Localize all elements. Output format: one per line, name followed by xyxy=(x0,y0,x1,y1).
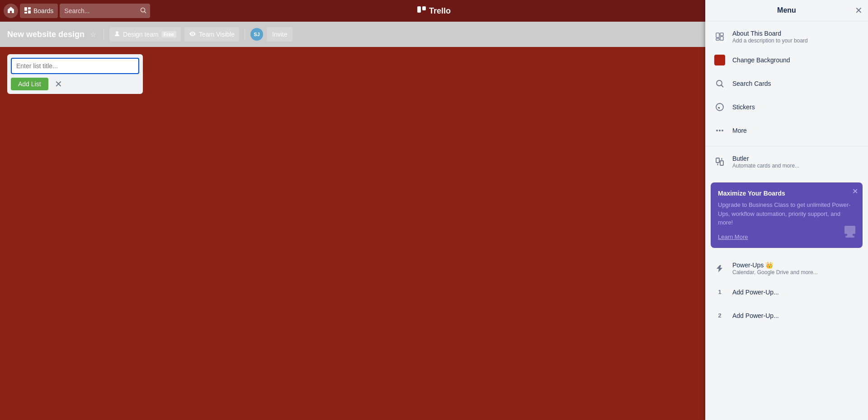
butler-label: Butler xyxy=(732,155,799,162)
svg-point-17 xyxy=(719,130,721,131)
search-cards-item[interactable]: Search Cards xyxy=(705,72,868,95)
list-actions: Add List ✕ xyxy=(11,78,139,90)
stickers-text: Stickers xyxy=(732,103,755,111)
about-board-label: About This Board xyxy=(732,30,808,37)
promo-learn-more-link[interactable]: Learn More xyxy=(718,233,748,240)
stickers-icon xyxy=(712,100,727,114)
about-board-text: About This Board Add a description to yo… xyxy=(732,30,808,44)
power-ups-item[interactable]: Power-Ups 👑 Calendar, Google Drive and m… xyxy=(705,257,868,280)
butler-item[interactable]: Butler Automate cards and more... xyxy=(705,150,868,173)
design-team-button[interactable]: Design team Free xyxy=(109,27,181,42)
menu-items-section: About This Board Add a description to yo… xyxy=(705,21,868,146)
promo-trophy-icon xyxy=(843,225,857,243)
invite-button[interactable]: Invite xyxy=(267,27,292,42)
design-team-label: Design team xyxy=(123,31,159,38)
svg-point-16 xyxy=(716,130,718,131)
promo-close-button[interactable]: ✕ xyxy=(852,187,858,196)
menu-close-button[interactable]: ✕ xyxy=(855,5,863,16)
visibility-icon xyxy=(189,30,196,39)
svg-point-18 xyxy=(722,130,723,131)
svg-rect-19 xyxy=(716,158,719,163)
change-background-text: Change Background xyxy=(732,56,790,64)
add-power-up-1-number: 1 xyxy=(712,285,727,299)
svg-point-13 xyxy=(717,80,722,86)
svg-rect-25 xyxy=(845,236,854,238)
search-input[interactable] xyxy=(60,4,150,18)
butler-text: Butler Automate cards and more... xyxy=(732,155,799,169)
power-ups-sub: Calendar, Google Drive and more... xyxy=(732,269,818,275)
butler-icon xyxy=(712,154,727,169)
power-ups-icon xyxy=(712,261,727,276)
about-board-icon xyxy=(712,29,727,44)
svg-rect-1 xyxy=(28,7,31,9)
svg-rect-9 xyxy=(716,33,719,37)
search-wrapper xyxy=(60,4,150,18)
add-power-up-1-label: Add Power-Up... xyxy=(732,289,779,296)
boards-button[interactable]: Boards xyxy=(20,4,58,18)
add-list-container: Add List ✕ xyxy=(7,54,143,94)
trello-logo: Trello xyxy=(417,6,451,16)
boards-label: Boards xyxy=(33,7,53,14)
more-icon xyxy=(712,123,727,138)
change-background-item[interactable]: Change Background xyxy=(705,48,868,72)
board-title[interactable]: New website design xyxy=(7,30,85,39)
svg-rect-0 xyxy=(24,7,27,11)
svg-rect-2 xyxy=(28,10,31,14)
promo-title: Maximize Your Boards xyxy=(718,190,855,197)
list-title-input[interactable] xyxy=(11,58,139,74)
topnav-left: Boards xyxy=(4,4,150,18)
menu-header: Menu ✕ xyxy=(705,0,868,21)
search-cards-label: Search Cards xyxy=(732,80,771,87)
star-icon: ☆ xyxy=(90,31,96,38)
change-background-label: Change Background xyxy=(732,56,790,64)
about-board-item[interactable]: About This Board Add a description to yo… xyxy=(705,25,868,48)
crown-icon: 👑 xyxy=(765,261,773,269)
visibility-label: Team Visible xyxy=(199,31,235,38)
svg-rect-3 xyxy=(24,12,27,14)
add-power-up-2-label: Add Power-Up... xyxy=(732,312,779,319)
promo-card: ✕ Maximize Your Boards Upgrade to Busine… xyxy=(711,182,863,248)
svg-rect-6 xyxy=(417,6,421,13)
svg-rect-23 xyxy=(844,226,855,234)
more-text: More xyxy=(732,127,747,134)
butler-sub: Automate cards and more... xyxy=(732,163,799,169)
header-divider-2 xyxy=(245,29,245,40)
cancel-list-button[interactable]: ✕ xyxy=(52,79,65,89)
add-list-button[interactable]: Add List xyxy=(11,78,48,90)
svg-point-8 xyxy=(192,33,193,34)
member-avatar[interactable]: SJ xyxy=(250,28,263,41)
design-team-icon xyxy=(114,31,120,38)
visibility-button[interactable]: Team Visible xyxy=(184,27,239,42)
star-button[interactable]: ☆ xyxy=(88,28,98,41)
about-board-sub: Add a description to your board xyxy=(732,37,808,44)
power-ups-text: Power-Ups 👑 Calendar, Google Drive and m… xyxy=(732,261,818,275)
home-button[interactable] xyxy=(4,4,18,18)
search-cards-text: Search Cards xyxy=(732,80,771,87)
header-divider xyxy=(104,29,104,40)
svg-rect-10 xyxy=(720,33,723,36)
power-ups-section: Power-Ups 👑 Calendar, Google Drive and m… xyxy=(705,253,868,331)
power-ups-label: Power-Ups 👑 xyxy=(732,261,818,269)
boards-icon xyxy=(24,7,31,15)
menu-title: Menu xyxy=(777,6,796,14)
stickers-item[interactable]: Stickers xyxy=(705,95,868,119)
svg-rect-7 xyxy=(422,6,426,10)
add-power-up-2-item[interactable]: 2 Add Power-Up... xyxy=(705,304,868,327)
home-icon xyxy=(7,6,14,15)
more-item[interactable]: More xyxy=(705,119,868,142)
stickers-label: Stickers xyxy=(732,103,755,111)
more-label: More xyxy=(732,127,747,134)
change-background-icon xyxy=(712,53,727,67)
svg-line-14 xyxy=(722,85,724,88)
svg-rect-20 xyxy=(720,161,723,165)
free-badge: Free xyxy=(161,31,176,37)
butler-section: Butler Automate cards and more... xyxy=(705,146,868,177)
svg-rect-12 xyxy=(716,38,719,40)
menu-panel: Menu ✕ About This Board Add a descriptio… xyxy=(705,0,868,420)
add-power-up-1-item[interactable]: 1 Add Power-Up... xyxy=(705,280,868,304)
svg-rect-24 xyxy=(847,234,853,236)
add-power-up-2-number: 2 xyxy=(712,308,727,323)
promo-text: Upgrade to Business Class to get unlimit… xyxy=(718,201,855,227)
search-cards-icon xyxy=(712,76,727,91)
svg-rect-11 xyxy=(720,37,723,40)
